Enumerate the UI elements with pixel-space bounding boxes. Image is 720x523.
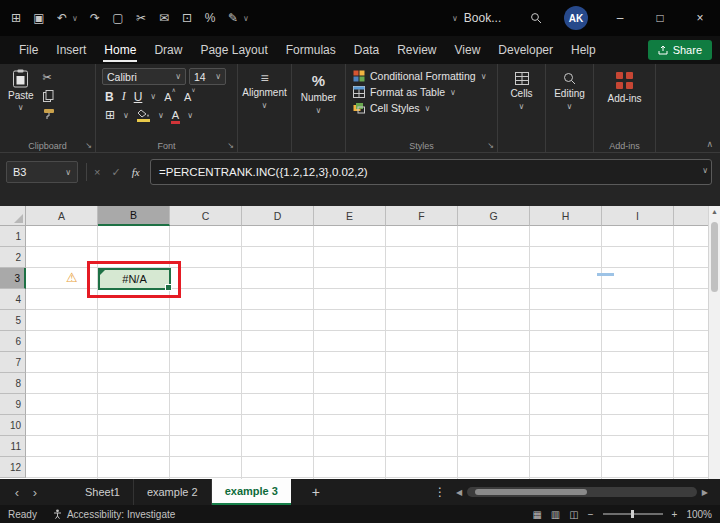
zoom-in-button[interactable]: +: [672, 509, 678, 520]
page-layout-view-icon[interactable]: ▥: [551, 509, 560, 520]
copy-icon[interactable]: ▢: [112, 11, 124, 25]
format-painter-button[interactable]: [43, 108, 55, 120]
tab-page-layout[interactable]: Page Layout: [191, 37, 276, 63]
column-header-h[interactable]: H: [530, 206, 602, 226]
name-box-dropdown-icon[interactable]: ∨: [65, 168, 71, 177]
tab-data[interactable]: Data: [345, 37, 388, 63]
column-header-d[interactable]: D: [242, 206, 314, 226]
increase-font-button[interactable]: A∧: [164, 90, 176, 103]
row-header-6[interactable]: 6: [0, 331, 26, 352]
row-header-11[interactable]: 11: [0, 436, 26, 457]
decrease-font-button[interactable]: A∨: [184, 90, 196, 103]
scroll-right-icon[interactable]: ▶: [702, 488, 708, 497]
column-header-c[interactable]: C: [170, 206, 242, 226]
close-button[interactable]: ×: [680, 0, 720, 36]
font-size-combobox[interactable]: 14 ∨: [189, 68, 226, 85]
tab-view[interactable]: View: [446, 37, 490, 63]
horizontal-scrollbar-track[interactable]: [467, 487, 697, 497]
tab-draw[interactable]: Draw: [145, 37, 191, 63]
row-header-1[interactable]: 1: [0, 226, 26, 247]
cut-icon[interactable]: ✂: [135, 11, 147, 25]
collapse-ribbon-icon[interactable]: ∧: [706, 139, 713, 149]
print-icon[interactable]: ⊡: [181, 11, 193, 25]
font-color-dropdown-icon[interactable]: ∨: [187, 111, 193, 120]
font-color-button[interactable]: A: [172, 109, 179, 121]
zoom-out-button[interactable]: −: [588, 509, 594, 520]
workbook-title[interactable]: ∨ Book...: [452, 0, 501, 36]
vertical-scrollbar-thumb[interactable]: [711, 222, 718, 292]
clipboard-dialog-launcher-icon[interactable]: ↘: [85, 141, 92, 150]
error-checking-warning-icon[interactable]: ⚠: [66, 270, 78, 286]
group-editing[interactable]: Editing ∨: [546, 64, 594, 152]
borders-dropdown-icon[interactable]: ∨: [123, 111, 129, 120]
avatar[interactable]: AK: [564, 6, 588, 30]
paste-dropdown-icon[interactable]: ∨: [18, 103, 24, 112]
column-header-a[interactable]: A: [26, 206, 98, 226]
column-header-f[interactable]: F: [386, 206, 458, 226]
underline-button[interactable]: U: [134, 90, 143, 104]
styles-dialog-launcher-icon[interactable]: ↘: [487, 141, 494, 150]
group-alignment[interactable]: ≡ Alignment ∨: [238, 64, 292, 152]
tab-file[interactable]: File: [10, 37, 47, 63]
tab-developer[interactable]: Developer: [489, 37, 562, 63]
tab-home[interactable]: Home: [95, 37, 145, 63]
copy-button[interactable]: [43, 90, 55, 102]
sheet-tab-sheet1[interactable]: Sheet1: [72, 479, 134, 505]
bold-button[interactable]: B: [105, 90, 114, 104]
row-header-4[interactable]: 4: [0, 289, 26, 310]
view-switcher-icon[interactable]: ⊞: [10, 11, 22, 25]
row-header-7[interactable]: 7: [0, 352, 26, 373]
page-break-view-icon[interactable]: ◫: [569, 509, 578, 520]
column-header-partial[interactable]: [674, 206, 708, 226]
share-button[interactable]: Share: [648, 40, 712, 60]
name-box[interactable]: B3 ∨: [6, 161, 78, 183]
cell-styles-button[interactable]: Cell Styles ∨: [353, 102, 493, 114]
enter-icon[interactable]: ✓: [111, 166, 120, 179]
column-header-i[interactable]: I: [602, 206, 674, 226]
expand-formula-bar-icon[interactable]: ∨: [702, 166, 708, 175]
tab-insert[interactable]: Insert: [47, 37, 95, 63]
qat-more-icon[interactable]: ∨: [243, 14, 249, 23]
group-number[interactable]: % Number ∨: [292, 64, 346, 152]
zoom-slider[interactable]: [603, 513, 663, 515]
fill-color-button[interactable]: [137, 109, 150, 121]
cut-button[interactable]: ✂: [43, 71, 55, 84]
redo-icon[interactable]: ↷: [89, 11, 101, 25]
normal-view-icon[interactable]: ▦: [532, 509, 541, 520]
column-header-b[interactable]: B: [98, 206, 170, 226]
minimize-button[interactable]: –: [600, 0, 640, 36]
borders-button[interactable]: ⊞: [105, 108, 115, 122]
scroll-up-icon[interactable]: ▲: [709, 208, 720, 215]
cancel-icon[interactable]: ×: [94, 166, 100, 178]
conditional-formatting-button[interactable]: Conditional Formatting ∨: [353, 70, 493, 82]
italic-button[interactable]: I: [122, 89, 126, 104]
row-header-3[interactable]: 3: [0, 268, 26, 289]
group-addins[interactable]: Add-ins Add-ins: [594, 64, 656, 152]
row-header-10[interactable]: 10: [0, 415, 26, 436]
mail-icon[interactable]: ✉: [158, 11, 170, 25]
tab-help[interactable]: Help: [562, 37, 605, 63]
row-header-2[interactable]: 2: [0, 247, 26, 268]
row-header-12[interactable]: 12: [0, 457, 26, 478]
select-all-corner[interactable]: [0, 206, 26, 226]
column-header-e[interactable]: E: [314, 206, 386, 226]
sheet-options-icon[interactable]: ⋮: [434, 485, 446, 499]
font-dialog-launcher-icon[interactable]: ↘: [227, 141, 234, 150]
horizontal-scrollbar-thumb[interactable]: [475, 489, 587, 495]
sheet-nav-right-icon[interactable]: ›: [26, 485, 44, 500]
scroll-left-icon[interactable]: ◀: [456, 488, 462, 497]
sheet-nav-left-icon[interactable]: ‹: [8, 485, 26, 500]
paste-button[interactable]: Paste ∨: [8, 69, 34, 138]
formula-input[interactable]: =PERCENTRANK.INC({1.2,12,3},0.02,2): [150, 159, 712, 185]
tab-review[interactable]: Review: [388, 37, 445, 63]
search-icon[interactable]: [530, 12, 542, 24]
insert-function-icon[interactable]: fx: [132, 166, 140, 178]
group-cells[interactable]: Cells ∨: [498, 64, 546, 152]
horizontal-scrollbar[interactable]: ◀ ▶: [456, 485, 708, 499]
underline-dropdown-icon[interactable]: ∨: [150, 92, 156, 101]
undo-dropdown-icon[interactable]: ∨: [72, 14, 78, 23]
undo-icon[interactable]: ↶: [56, 11, 68, 25]
tab-formulas[interactable]: Formulas: [277, 37, 345, 63]
save-icon[interactable]: ▣: [33, 11, 45, 25]
sheet-tab-example-3[interactable]: example 3: [212, 479, 291, 505]
